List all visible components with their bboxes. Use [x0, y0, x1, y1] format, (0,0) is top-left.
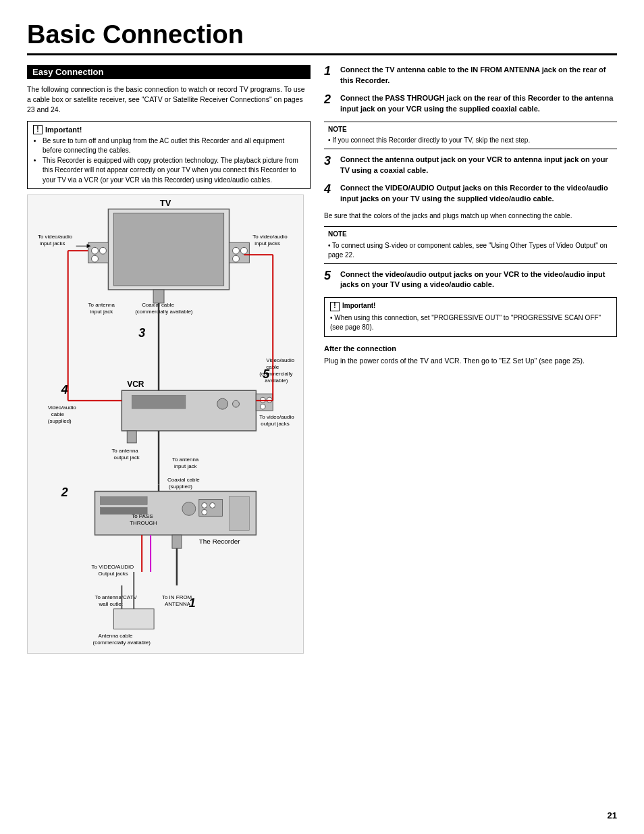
- step-2-text: Connect the PASS THROUGH jack on the rea…: [340, 93, 617, 115]
- important-icon-left: !: [33, 125, 43, 134]
- svg-text:To antenna: To antenna: [172, 457, 199, 463]
- important-item-1: Be sure to turn off and unplug from the …: [43, 136, 304, 156]
- svg-text:3: 3: [138, 326, 145, 340]
- svg-text:input jacks: input jacks: [40, 240, 65, 246]
- svg-text:input jacks: input jacks: [254, 240, 280, 246]
- step-3: 3 Connect the antenna output jack on you…: [324, 155, 617, 176]
- step4-note: Be sure that the colors of the jacks and…: [324, 211, 617, 221]
- svg-point-25: [217, 398, 228, 409]
- svg-rect-1: [113, 213, 223, 286]
- connection-diagram: TV To video/audio input jacks: [27, 194, 304, 654]
- svg-point-12: [233, 247, 240, 254]
- svg-text:To antenna: To antenna: [111, 448, 138, 454]
- svg-text:TV: TV: [160, 198, 171, 208]
- svg-text:VCR: VCR: [127, 380, 144, 389]
- svg-text:To IN FROM: To IN FROM: [162, 594, 192, 600]
- svg-point-26: [233, 400, 240, 407]
- page-number: 21: [608, 810, 617, 820]
- important-item-2: This Recorder is equipped with copy prot…: [43, 156, 304, 186]
- svg-point-54: [202, 510, 207, 515]
- note-title-2: NOTE: [328, 230, 613, 240]
- svg-text:To VIDEO/AUDIO: To VIDEO/AUDIO: [92, 564, 134, 570]
- svg-point-53: [210, 503, 215, 509]
- note-box-1: NOTE • If you connect this Recorder dire…: [324, 122, 617, 149]
- svg-text:available): available): [265, 377, 288, 384]
- diagram-svg: TV To video/audio input jacks: [28, 195, 303, 653]
- step-1-text: Connect the TV antenna cable to the IN F…: [340, 65, 617, 86]
- section-header: Easy Connection: [27, 65, 311, 79]
- after-connection-title: After the connection: [324, 344, 617, 355]
- note-box-2: NOTE • To connect using S-video or compo…: [324, 226, 617, 264]
- svg-text:input jack: input jack: [174, 463, 197, 469]
- svg-text:The Recorder: The Recorder: [199, 538, 240, 545]
- svg-point-5: [99, 247, 106, 254]
- step-4-text: Connect the VIDEO/AUDIO Output jacks on …: [340, 183, 617, 205]
- svg-text:(commercially: (commercially: [259, 371, 292, 377]
- step-4: 4 Connect the VIDEO/AUDIO Output jacks o…: [324, 183, 617, 205]
- svg-rect-34: [127, 431, 136, 443]
- svg-text:THROUGH: THROUGH: [130, 520, 157, 526]
- step-2: 2 Connect the PASS THROUGH jack on the r…: [324, 93, 617, 115]
- step-2-number: 2: [324, 93, 336, 107]
- step-5-number: 5: [324, 269, 336, 283]
- important-label-right: Important!: [342, 301, 375, 311]
- important-label-left: Important!: [45, 126, 82, 134]
- svg-rect-47: [100, 497, 147, 505]
- svg-text:4: 4: [61, 383, 68, 396]
- svg-text:(commercially available): (commercially available): [93, 640, 151, 646]
- svg-text:output jack: output jack: [113, 454, 139, 461]
- step-4-number: 4: [324, 183, 336, 197]
- svg-text:Output jacks: Output jacks: [98, 571, 128, 577]
- svg-rect-74: [113, 609, 154, 629]
- step-5: 5 Connect the video/audio output jacks o…: [324, 269, 617, 291]
- step-1: 1 Connect the TV antenna cable to the IN…: [324, 65, 617, 86]
- svg-text:output jacks: output jacks: [261, 421, 289, 427]
- important-box-right: ! Important! • When using this connectio…: [324, 297, 617, 337]
- important-box-left: ! Important! Be sure to turn off and unp…: [27, 121, 311, 190]
- svg-text:cable: cable: [51, 411, 65, 417]
- svg-point-31: [260, 404, 265, 409]
- step-3-number: 3: [324, 155, 336, 168]
- after-connection: After the connection Plug in the power c…: [324, 344, 617, 366]
- svg-text:Video/audio: Video/audio: [48, 405, 76, 411]
- svg-text:input jack: input jack: [90, 309, 113, 315]
- svg-point-4: [92, 247, 99, 254]
- svg-text:To video/audio: To video/audio: [259, 414, 294, 420]
- svg-text:To PASS: To PASS: [132, 513, 153, 519]
- after-connection-text: Plug in the power cords of the TV and VC…: [324, 356, 617, 366]
- svg-text:(commercially available): (commercially available): [135, 309, 193, 315]
- svg-text:Video/audio: Video/audio: [266, 358, 294, 364]
- svg-text:(supplied): (supplied): [48, 418, 72, 424]
- important-text-right: • When using this connection, set "PROGR…: [330, 313, 611, 333]
- note-title-1: NOTE: [328, 125, 613, 135]
- svg-point-52: [202, 503, 207, 509]
- svg-point-6: [92, 255, 99, 262]
- important-icon-right: !: [330, 302, 340, 311]
- step-1-number: 1: [324, 65, 336, 78]
- page-title: Basic Connection: [27, 20, 617, 55]
- svg-rect-67: [172, 535, 182, 548]
- svg-text:To video/audio: To video/audio: [38, 234, 73, 240]
- svg-text:(supplied): (supplied): [169, 484, 192, 490]
- intro-text: The following connection is the basic co…: [27, 84, 311, 115]
- note-text-2: • To connect using S-video or component …: [328, 242, 608, 259]
- svg-text:Antenna cable: Antenna cable: [98, 633, 132, 640]
- svg-text:To antenna: To antenna: [88, 302, 115, 308]
- svg-point-14: [233, 255, 240, 262]
- step-3-text: Connect the antenna output jack on your …: [340, 155, 617, 176]
- svg-text:2: 2: [61, 486, 68, 500]
- svg-point-49: [182, 502, 196, 516]
- step-5-text: Connect the video/audio output jacks on …: [340, 269, 617, 291]
- svg-text:wall outlet: wall outlet: [98, 601, 123, 607]
- svg-point-13: [240, 247, 247, 254]
- svg-text:To antenna/CATV: To antenna/CATV: [95, 594, 138, 600]
- svg-text:Coaxial cable: Coaxial cable: [167, 477, 200, 483]
- svg-text:ANTENNA: ANTENNA: [165, 601, 191, 607]
- svg-text:To video/audio: To video/audio: [252, 234, 288, 240]
- important-list-left: Be sure to turn off and unplug from the …: [33, 136, 304, 186]
- note-text-1: • If you connect this Recorder directly …: [328, 136, 530, 144]
- svg-rect-50: [230, 497, 250, 531]
- svg-rect-24: [132, 395, 186, 409]
